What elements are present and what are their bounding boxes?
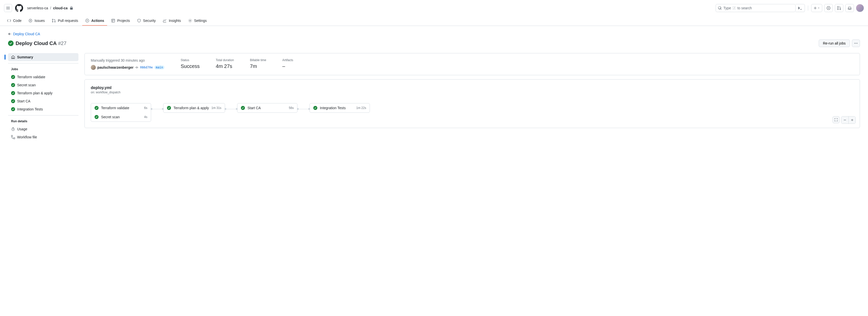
git-pull-request-icon <box>52 19 56 23</box>
job-duration: 6s <box>144 106 147 110</box>
issues-button[interactable] <box>824 4 833 12</box>
branch-badge[interactable]: main <box>154 65 165 69</box>
zoom-group <box>841 116 856 124</box>
svg-point-6 <box>30 20 31 21</box>
command-palette-button[interactable] <box>796 4 805 12</box>
fullscreen-button[interactable] <box>833 116 840 123</box>
run-title-wrap: Deploy Cloud CA #27 <box>8 40 66 46</box>
zoom-in-button[interactable] <box>848 116 856 123</box>
status-success-icon <box>11 91 15 95</box>
tab-issues[interactable]: Issues <box>25 16 48 26</box>
sidebar-job-terraform-validate[interactable]: Terraform validate <box>8 73 79 81</box>
job-node-secret-scan[interactable]: Secret scan 4s <box>91 112 151 121</box>
sidebar-usage[interactable]: Usage <box>8 125 79 133</box>
status-success-icon <box>241 106 245 110</box>
tab-actions[interactable]: Actions <box>82 16 107 26</box>
sidebar-run-details-heading: Run details <box>8 117 79 125</box>
rerun-all-jobs-button[interactable]: Re-run all jobs <box>819 39 850 47</box>
minus-icon <box>843 118 847 122</box>
home-icon <box>11 55 15 59</box>
job-duration: 1m 31s <box>212 106 221 110</box>
job-duration: 56s <box>289 106 294 110</box>
tab-pull-requests[interactable]: Pull requests <box>49 16 81 26</box>
job-node-terraform-plan-apply[interactable]: Terraform plan & apply 1m 31s <box>163 103 225 113</box>
run-header: Deploy Cloud CA #27 Re-run all jobs <box>8 39 860 47</box>
tab-insights[interactable]: Insights <box>160 16 184 26</box>
tab-code[interactable]: Code <box>4 16 24 26</box>
sidebar-jobs-heading: Jobs <box>8 65 79 73</box>
svg-point-13 <box>855 43 855 44</box>
trigger-user-row: paulschwarzenberger 086d70e main <box>91 65 164 70</box>
run-actions: Re-run all jobs <box>819 39 860 47</box>
summary-value: – <box>282 63 293 69</box>
tab-label: Actions <box>91 19 104 23</box>
svg-point-9 <box>55 21 56 22</box>
job-node-start-ca[interactable]: Start CA 56s <box>237 103 298 113</box>
tab-label: Projects <box>117 19 130 23</box>
sidebar-item-label: Terraform plan & apply <box>17 91 53 95</box>
trigger-info: Manually triggered 30 minutes ago paulsc… <box>91 58 164 70</box>
graph-icon <box>163 19 167 23</box>
user-avatar[interactable] <box>91 65 96 70</box>
summary-billable-time: Billable time 7m <box>250 58 266 70</box>
sidebar-job-start-ca[interactable]: Start CA <box>8 97 79 105</box>
trigger-text: Manually triggered 30 minutes ago <box>91 58 164 62</box>
back-link[interactable]: Deploy Cloud CA <box>8 32 40 36</box>
code-icon <box>7 19 11 23</box>
sidebar-item-label: Integration Tests <box>17 107 43 111</box>
pull-requests-button[interactable] <box>835 4 843 12</box>
job-duration: 1m 22s <box>356 106 366 110</box>
tab-label: Code <box>13 19 21 23</box>
search-input[interactable]: Type / to search <box>716 4 796 12</box>
status-success-icon <box>11 99 15 103</box>
graph-connector <box>298 109 310 109</box>
inbox-icon <box>848 6 851 10</box>
svg-point-8 <box>52 21 53 22</box>
tab-projects[interactable]: Projects <box>108 16 133 26</box>
svg-point-4 <box>840 9 841 10</box>
hamburger-menu-button[interactable] <box>4 4 12 12</box>
more-actions-button[interactable] <box>852 39 860 47</box>
notifications-button[interactable] <box>845 4 854 12</box>
search-key-hint: / <box>733 6 736 10</box>
divider <box>8 63 79 63</box>
job-node-integration-tests[interactable]: Integration Tests 1m 22s <box>310 103 370 113</box>
job-duration: 4s <box>144 115 147 119</box>
run-name: Deploy Cloud CA <box>16 40 57 46</box>
tab-settings[interactable]: Settings <box>185 16 210 26</box>
table-icon <box>111 19 115 23</box>
graph-connector <box>151 109 163 109</box>
svg-rect-11 <box>112 19 115 22</box>
breadcrumb-repo[interactable]: cloud-ca <box>53 6 68 10</box>
svg-rect-17 <box>11 135 12 137</box>
kebab-horizontal-icon <box>854 41 858 45</box>
sidebar: Summary Jobs Terraform validate Secret s… <box>8 53 79 141</box>
summary-label: Total duration <box>216 58 234 62</box>
svg-rect-18 <box>13 138 15 139</box>
breadcrumb-owner[interactable]: serverless-ca <box>27 6 48 10</box>
gear-icon <box>188 19 192 23</box>
zoom-out-button[interactable] <box>841 116 848 123</box>
sidebar-job-integration-tests[interactable]: Integration Tests <box>8 105 79 113</box>
sidebar-job-terraform-plan-apply[interactable]: Terraform plan & apply <box>8 89 79 97</box>
user-avatar[interactable] <box>856 4 864 12</box>
status-success-icon <box>167 106 171 110</box>
summary-label: Status <box>181 58 200 62</box>
main-layout: Summary Jobs Terraform validate Secret s… <box>8 53 860 141</box>
job-node-terraform-validate[interactable]: Terraform validate 6s <box>91 104 151 112</box>
sidebar-summary[interactable]: Summary <box>8 53 79 61</box>
sidebar-item-label: Terraform validate <box>17 75 45 79</box>
tab-security[interactable]: Security <box>134 16 159 26</box>
tab-label: Settings <box>194 19 207 23</box>
svg-point-12 <box>189 20 190 21</box>
git-pull-request-icon <box>837 6 841 10</box>
svg-point-2 <box>838 6 839 7</box>
create-new-button[interactable] <box>811 4 822 12</box>
github-logo-icon[interactable] <box>15 4 23 12</box>
triggered-by-user[interactable]: paulschwarzenberger <box>97 65 133 69</box>
commit-sha-link[interactable]: 086d70e <box>140 66 153 69</box>
issue-opened-icon <box>827 6 831 10</box>
sidebar-workflow-file[interactable]: Workflow file <box>8 133 79 141</box>
sidebar-job-secret-scan[interactable]: Secret scan <box>8 81 79 89</box>
fullscreen-icon <box>834 118 838 121</box>
